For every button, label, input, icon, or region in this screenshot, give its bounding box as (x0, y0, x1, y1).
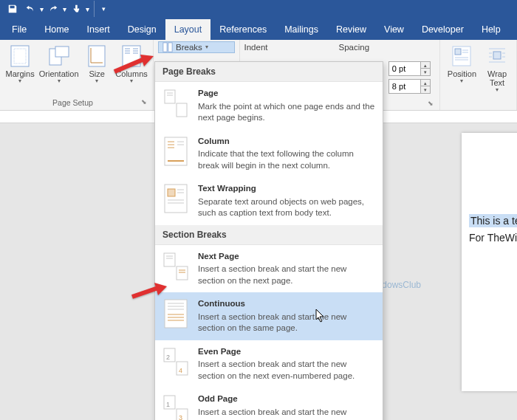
tab-layout[interactable]: Layout (165, 19, 211, 40)
wrap-text-button[interactable]: Wrap Text ▾ (482, 43, 512, 94)
customize-qat-icon[interactable]: ▾ (94, 1, 110, 17)
svg-text:3: 3 (179, 414, 182, 420)
breaks-icon (162, 42, 173, 52)
tab-design[interactable]: Design (119, 19, 165, 40)
quick-access-toolbar: ▾ ▾ ▾ ▾ (0, 0, 517, 18)
svg-rect-28 (177, 103, 187, 117)
size-button[interactable]: Size ▾ (82, 43, 112, 86)
chevron-down-icon: ▾ (496, 87, 499, 93)
position-button[interactable]: Position ▾ (445, 43, 479, 86)
svg-rect-15 (455, 49, 461, 55)
svg-text:4: 4 (179, 367, 182, 374)
group-arrange: Position ▾ Wrap Text ▾ (440, 40, 517, 110)
menu-item-odd-page[interactable]: 13 Odd PageInsert a section break and st… (155, 388, 383, 420)
orientation-button[interactable]: Orientation ▾ (38, 43, 79, 86)
chevron-down-icon: ▾ (18, 78, 21, 84)
document-page[interactable]: This is a tes For TheWin (462, 133, 517, 391)
margins-icon (8, 44, 32, 68)
svg-marker-65 (140, 55, 154, 66)
svg-rect-39 (168, 189, 175, 196)
svg-text:2: 2 (166, 354, 170, 361)
position-icon (450, 44, 473, 68)
tab-developer[interactable]: Developer (413, 19, 473, 40)
menu-item-page[interactable]: PageMark the point at which one page end… (155, 82, 383, 130)
spin-down-icon[interactable]: ▾ (421, 69, 430, 75)
spacing-before-field[interactable]: ▴▾ (388, 61, 431, 76)
chevron-down-icon: ▾ (460, 78, 463, 84)
dialog-launcher-icon[interactable]: ⬊ (141, 98, 147, 106)
indent-heading: Indent (244, 43, 268, 52)
menu-item-even-page[interactable]: 24 Even PageInsert a section break and s… (155, 340, 383, 388)
even-page-break-icon: 24 (162, 346, 189, 377)
body-text[interactable]: For TheWin (469, 232, 517, 244)
wrap-text-icon (485, 44, 509, 68)
tab-file[interactable]: File (3, 19, 35, 40)
chevron-down-icon[interactable]: ▾ (86, 5, 89, 13)
svg-text:1: 1 (166, 401, 170, 408)
margins-button[interactable]: Margins ▾ (4, 43, 35, 86)
svg-rect-27 (165, 90, 175, 103)
svg-rect-20 (493, 52, 501, 59)
selected-text[interactable]: This is a tes (469, 214, 517, 227)
chevron-down-icon: ▾ (58, 78, 61, 84)
tab-home[interactable]: Home (35, 19, 78, 40)
text-wrapping-break-icon (162, 183, 189, 214)
redo-icon[interactable] (45, 1, 61, 17)
chevron-down-icon: ▾ (95, 78, 98, 84)
column-break-icon (162, 136, 189, 167)
menu-item-continuous[interactable]: ContinuousInsert a section break and sta… (155, 292, 383, 340)
dialog-launcher-icon[interactable]: ⬊ (428, 100, 434, 107)
orientation-icon (47, 44, 71, 68)
touch-mode-icon[interactable] (68, 1, 84, 17)
chevron-down-icon[interactable]: ▾ (63, 5, 66, 13)
tab-references[interactable]: References (210, 19, 275, 40)
spacing-after-field[interactable]: ▴▾ (388, 79, 431, 94)
size-icon (85, 44, 109, 68)
chevron-down-icon: ▾ (205, 44, 208, 50)
tab-help[interactable]: Help (473, 19, 510, 40)
svg-rect-3 (55, 47, 69, 57)
menu-item-text-wrapping[interactable]: Text WrappingSeparate text around object… (155, 177, 383, 225)
next-page-break-icon (162, 251, 189, 282)
spacing-after-input[interactable] (389, 82, 420, 91)
breaks-button[interactable]: Breaks ▾ (158, 41, 235, 53)
ribbon-tabs: File Home Insert Design Layout Reference… (0, 18, 517, 40)
dropdown-section-page-breaks: Page Breaks (155, 62, 383, 82)
spacing-heading: Spacing (339, 43, 370, 52)
save-icon[interactable] (4, 1, 21, 17)
tab-insert[interactable]: Insert (78, 19, 119, 40)
undo-icon[interactable] (22, 1, 38, 17)
menu-item-next-page[interactable]: Next PageInsert a section break and star… (155, 245, 383, 293)
breaks-dropdown: Page Breaks PageMark the point at which … (154, 61, 383, 420)
page-break-icon (162, 88, 189, 119)
chevron-down-icon[interactable]: ▾ (40, 5, 44, 13)
spin-up-icon[interactable]: ▴ (421, 80, 430, 86)
svg-rect-45 (177, 266, 188, 280)
svg-rect-13 (168, 43, 172, 52)
spacing-before-input[interactable] (389, 64, 420, 73)
spin-up-icon[interactable]: ▴ (421, 62, 430, 69)
chevron-down-icon: ▾ (130, 78, 133, 84)
group-label-page-setup: Page Setup⬊ (4, 98, 148, 109)
menu-item-column[interactable]: ColumnIndicate that the text following t… (155, 130, 383, 178)
odd-page-break-icon: 13 (162, 393, 189, 420)
tab-mailings[interactable]: Mailings (275, 19, 327, 40)
annotation-arrow (129, 280, 169, 306)
svg-marker-66 (154, 283, 167, 295)
tab-view[interactable]: View (375, 19, 413, 40)
spin-down-icon[interactable]: ▾ (421, 86, 430, 93)
dropdown-section-section-breaks: Section Breaks (155, 225, 383, 245)
annotation-arrow (111, 53, 155, 78)
svg-rect-12 (163, 43, 167, 52)
tab-review[interactable]: Review (327, 19, 375, 40)
svg-rect-44 (164, 253, 175, 266)
